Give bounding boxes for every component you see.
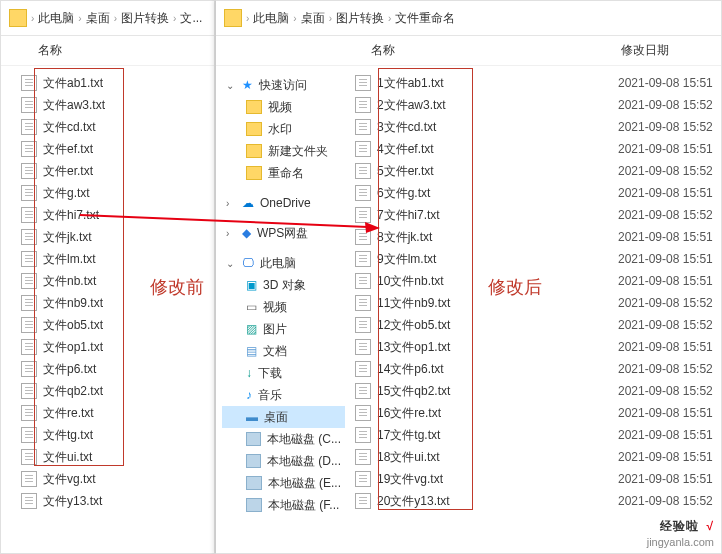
file-item[interactable]: 文件y13.txt: [19, 490, 214, 512]
tree-label: 下载: [258, 365, 282, 382]
file-item[interactable]: 2文件aw3.txt: [353, 94, 483, 116]
file-item[interactable]: 文件jk.txt: [19, 226, 214, 248]
file-name: 9文件lm.txt: [377, 251, 436, 268]
file-name: 6文件g.txt: [377, 185, 430, 202]
file-item[interactable]: 文件p6.txt: [19, 358, 214, 380]
tree-videos[interactable]: ▭视频: [222, 296, 345, 318]
file-item[interactable]: 11文件nb9.txt: [353, 292, 483, 314]
date-modified: 2021-09-08 15:52: [618, 160, 713, 182]
file-item[interactable]: 文件ob5.txt: [19, 314, 214, 336]
date-modified: 2021-09-08 15:51: [618, 226, 713, 248]
file-name: 文件lm.txt: [43, 251, 96, 268]
chevron-right-icon: ›: [31, 13, 34, 24]
folder-icon: [9, 9, 27, 27]
breadcrumb-item[interactable]: 此电脑: [253, 10, 289, 27]
column-headers: 名称: [1, 36, 214, 66]
file-item[interactable]: 文件re.txt: [19, 402, 214, 424]
file-item[interactable]: 文件hi7.txt: [19, 204, 214, 226]
tree-rename[interactable]: 重命名: [222, 162, 345, 184]
file-item[interactable]: 文件ui.txt: [19, 446, 214, 468]
tree-newfolder[interactable]: 新建文件夹: [222, 140, 345, 162]
file-icon: [355, 405, 371, 421]
file-item[interactable]: 文件qb2.txt: [19, 380, 214, 402]
file-name: 20文件y13.txt: [377, 493, 450, 510]
file-icon: [21, 295, 37, 311]
tree-label: 音乐: [258, 387, 282, 404]
file-name: 文件tg.txt: [43, 427, 93, 444]
date-list: 2021-09-08 15:512021-09-08 15:522021-09-…: [618, 66, 713, 512]
file-item[interactable]: 文件lm.txt: [19, 248, 214, 270]
file-item[interactable]: 5文件er.txt: [353, 160, 483, 182]
date-modified: 2021-09-08 15:51: [618, 72, 713, 94]
file-item[interactable]: 20文件y13.txt: [353, 490, 483, 512]
tree-label: 快速访问: [259, 77, 307, 94]
file-icon: [21, 251, 37, 267]
tree-quick-access[interactable]: ⌄★快速访问: [222, 74, 345, 96]
breadcrumb-item[interactable]: 此电脑: [38, 10, 74, 27]
tree-watermark[interactable]: 水印: [222, 118, 345, 140]
tree-label: 文档: [263, 343, 287, 360]
tree-video[interactable]: 视频: [222, 96, 345, 118]
file-item[interactable]: 文件op1.txt: [19, 336, 214, 358]
tree-documents[interactable]: ▤文档: [222, 340, 345, 362]
breadcrumb-item[interactable]: 图片转换: [336, 10, 384, 27]
breadcrumb-item[interactable]: 图片转换: [121, 10, 169, 27]
file-item[interactable]: 文件ab1.txt: [19, 72, 214, 94]
file-item[interactable]: 1文件ab1.txt: [353, 72, 483, 94]
file-item[interactable]: 文件aw3.txt: [19, 94, 214, 116]
tree-label: 重命名: [268, 165, 304, 182]
file-item[interactable]: 文件cd.txt: [19, 116, 214, 138]
breadcrumb-item[interactable]: 桌面: [301, 10, 325, 27]
file-item[interactable]: 3文件cd.txt: [353, 116, 483, 138]
file-item[interactable]: 文件ef.txt: [19, 138, 214, 160]
tree-downloads[interactable]: ↓下载: [222, 362, 345, 384]
file-name: 18文件ui.txt: [377, 449, 440, 466]
header-name[interactable]: 名称: [361, 38, 511, 63]
file-item[interactable]: 6文件g.txt: [353, 182, 483, 204]
tree-wps[interactable]: ›◆WPS网盘: [222, 222, 345, 244]
tree-disk-c[interactable]: 本地磁盘 (C...: [222, 428, 345, 450]
file-name: 14文件p6.txt: [377, 361, 444, 378]
nav-tree: ⌄★快速访问 视频 水印 新建文件夹 重命名 ›☁OneDrive ›◆WPS网…: [216, 66, 351, 524]
file-item[interactable]: 7文件hi7.txt: [353, 204, 483, 226]
tree-onedrive[interactable]: ›☁OneDrive: [222, 192, 345, 214]
file-item[interactable]: 文件vg.txt: [19, 468, 214, 490]
tree-disk-f[interactable]: 本地磁盘 (F...: [222, 494, 345, 516]
chevron-right-icon: ›: [329, 13, 332, 24]
file-icon: [21, 339, 37, 355]
chevron-right-icon: ›: [114, 13, 117, 24]
file-item[interactable]: 8文件jk.txt: [353, 226, 483, 248]
breadcrumb-item[interactable]: 文...: [180, 10, 202, 27]
file-item[interactable]: 13文件op1.txt: [353, 336, 483, 358]
tree-music[interactable]: ♪音乐: [222, 384, 345, 406]
file-item[interactable]: 18文件ui.txt: [353, 446, 483, 468]
tree-3d[interactable]: ▣3D 对象: [222, 274, 345, 296]
file-item[interactable]: 文件er.txt: [19, 160, 214, 182]
header-date[interactable]: 修改日期: [511, 38, 706, 63]
file-name: 文件cd.txt: [43, 119, 96, 136]
file-item[interactable]: 9文件lm.txt: [353, 248, 483, 270]
file-item[interactable]: 19文件vg.txt: [353, 468, 483, 490]
file-item[interactable]: 14文件p6.txt: [353, 358, 483, 380]
file-item[interactable]: 文件g.txt: [19, 182, 214, 204]
tree-disk-e[interactable]: 本地磁盘 (E...: [222, 472, 345, 494]
file-item[interactable]: 10文件nb.txt: [353, 270, 483, 292]
breadcrumb-item[interactable]: 文件重命名: [395, 10, 455, 27]
file-item[interactable]: 12文件ob5.txt: [353, 314, 483, 336]
file-item[interactable]: 文件tg.txt: [19, 424, 214, 446]
breadcrumb-item[interactable]: 桌面: [86, 10, 110, 27]
file-item[interactable]: 17文件tg.txt: [353, 424, 483, 446]
file-name: 11文件nb9.txt: [377, 295, 450, 312]
file-item[interactable]: 4文件ef.txt: [353, 138, 483, 160]
file-item[interactable]: 15文件qb2.txt: [353, 380, 483, 402]
file-list-after: 1文件ab1.txt2文件aw3.txt3文件cd.txt4文件ef.txt5文…: [353, 66, 483, 512]
file-icon: [355, 207, 371, 223]
tree-this-pc[interactable]: ⌄🖵此电脑: [222, 252, 345, 274]
tree-disk-d[interactable]: 本地磁盘 (D...: [222, 450, 345, 472]
tree-desktop[interactable]: ▬桌面: [222, 406, 345, 428]
tree-pictures[interactable]: ▨图片: [222, 318, 345, 340]
file-name: 4文件ef.txt: [377, 141, 434, 158]
file-item[interactable]: 16文件re.txt: [353, 402, 483, 424]
label-after: 修改后: [488, 275, 542, 299]
file-icon: [355, 471, 371, 487]
